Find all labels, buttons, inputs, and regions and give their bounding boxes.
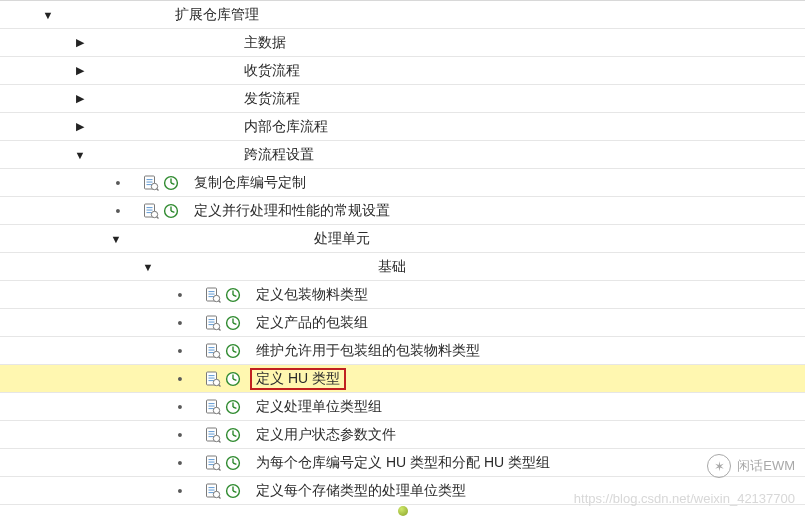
tree-node-label[interactable]: 跨流程设置	[240, 146, 318, 164]
svg-rect-2	[147, 181, 153, 182]
tree-row[interactable]: 跨流程设置	[0, 141, 805, 169]
tree-row[interactable]: 定义 HU 类型	[0, 365, 805, 393]
tree-node-label[interactable]: 定义 HU 类型	[250, 368, 346, 390]
tree-node-label[interactable]: 定义每个存储类型的处理单位类型	[252, 482, 470, 500]
expand-arrow-down-icon[interactable]	[110, 233, 122, 245]
svg-rect-56	[209, 405, 215, 406]
tree-node-label[interactable]: 扩展仓库管理	[171, 6, 263, 24]
wechat-icon: ✶	[707, 454, 731, 478]
tree-node-label[interactable]: 定义并行处理和性能的常规设置	[190, 202, 394, 220]
execute-activity-icon[interactable]	[224, 454, 242, 472]
svg-rect-55	[209, 403, 215, 404]
svg-rect-28	[209, 319, 215, 320]
tree-node-label[interactable]: 发货流程	[240, 90, 304, 108]
svg-rect-82	[209, 487, 215, 488]
svg-rect-20	[209, 293, 215, 294]
leaf-bullet-icon	[112, 203, 124, 219]
tree-row[interactable]: 定义包装物料类型	[0, 281, 805, 309]
tree-node-label[interactable]: 处理单元	[310, 230, 374, 248]
tree-node-label[interactable]: 定义产品的包装组	[252, 314, 372, 332]
expand-arrow-right-icon[interactable]	[74, 120, 86, 133]
tree-row[interactable]: 基础	[0, 253, 805, 281]
svg-rect-11	[147, 209, 153, 210]
svg-rect-64	[209, 431, 215, 432]
execute-activity-icon[interactable]	[162, 202, 180, 220]
tree-node-label[interactable]: 收货流程	[240, 62, 304, 80]
tree-row[interactable]: 内部仓库流程	[0, 113, 805, 141]
svg-line-77	[219, 468, 221, 470]
execute-activity-icon[interactable]	[162, 174, 180, 192]
wechat-watermark: ✶闲话EWM	[707, 454, 795, 478]
leaf-bullet-icon	[174, 483, 186, 499]
img-activity-doc-icon[interactable]	[204, 342, 222, 360]
tree-row[interactable]: 定义处理单位类型组	[0, 393, 805, 421]
tree-row[interactable]: 定义产品的包装组	[0, 309, 805, 337]
svg-line-50	[219, 384, 221, 386]
svg-rect-47	[209, 377, 215, 378]
svg-rect-65	[209, 433, 215, 434]
execute-activity-icon[interactable]	[224, 398, 242, 416]
leaf-bullet-icon	[174, 371, 186, 387]
tree-node-label[interactable]: 定义处理单位类型组	[252, 398, 386, 416]
execute-activity-icon[interactable]	[224, 370, 242, 388]
tree-node-label[interactable]: 为每个仓库编号定义 HU 类型和分配 HU 类型组	[252, 454, 554, 472]
tree-row[interactable]: 维护允许用于包装组的包装物料类型	[0, 337, 805, 365]
img-activity-doc-icon[interactable]	[204, 314, 222, 332]
expand-arrow-right-icon[interactable]	[74, 92, 86, 105]
tree-node-label[interactable]: 主数据	[240, 34, 290, 52]
svg-line-68	[219, 440, 221, 442]
tree-node-label[interactable]: 维护允许用于包装组的包装物料类型	[252, 342, 484, 360]
svg-rect-10	[147, 207, 153, 208]
svg-rect-74	[209, 461, 215, 462]
tree-node-label[interactable]: 基础	[374, 258, 410, 276]
svg-rect-46	[209, 375, 215, 376]
leaf-bullet-icon	[174, 315, 186, 331]
tree-row[interactable]: 为每个仓库编号定义 HU 类型和分配 HU 类型组	[0, 449, 805, 477]
execute-activity-icon[interactable]	[224, 342, 242, 360]
leaf-bullet-icon	[174, 455, 186, 471]
execute-activity-icon[interactable]	[224, 482, 242, 500]
leaf-bullet-icon	[112, 175, 124, 191]
img-activity-doc-icon[interactable]	[204, 370, 222, 388]
tree-row[interactable]: 发货流程	[0, 85, 805, 113]
leaf-bullet-icon	[174, 399, 186, 415]
img-activity-doc-icon[interactable]	[142, 174, 160, 192]
img-activity-doc-icon[interactable]	[204, 286, 222, 304]
tree-node-label[interactable]: 复制仓库编号定制	[190, 174, 310, 192]
svg-rect-73	[209, 459, 215, 460]
svg-rect-83	[209, 489, 215, 490]
tree-row[interactable]: 定义并行处理和性能的常规设置	[0, 197, 805, 225]
svg-rect-29	[209, 321, 215, 322]
execute-activity-icon[interactable]	[224, 314, 242, 332]
tree-row[interactable]: 扩展仓库管理	[0, 1, 805, 29]
tree-row[interactable]: 定义用户状态参数文件	[0, 421, 805, 449]
svg-line-5	[157, 188, 159, 190]
source-url-watermark: https://blog.csdn.net/weixin_42137700	[574, 491, 795, 506]
img-activity-doc-icon[interactable]	[204, 398, 222, 416]
svg-rect-38	[209, 349, 215, 350]
svg-line-86	[219, 496, 221, 498]
tree-node-label[interactable]: 定义用户状态参数文件	[252, 426, 400, 444]
tree-row[interactable]: 复制仓库编号定制	[0, 169, 805, 197]
tree-row[interactable]: 收货流程	[0, 57, 805, 85]
expand-arrow-down-icon[interactable]	[142, 261, 154, 273]
watermark-brand: 闲话EWM	[737, 457, 795, 475]
execute-activity-icon[interactable]	[224, 426, 242, 444]
expand-arrow-right-icon[interactable]	[74, 36, 86, 49]
expand-arrow-right-icon[interactable]	[74, 64, 86, 77]
img-activity-doc-icon[interactable]	[204, 426, 222, 444]
svg-line-32	[219, 328, 221, 330]
img-activity-doc-icon[interactable]	[142, 202, 160, 220]
img-activity-doc-icon[interactable]	[204, 482, 222, 500]
svg-rect-19	[209, 291, 215, 292]
expand-arrow-down-icon[interactable]	[42, 9, 54, 21]
img-activity-doc-icon[interactable]	[204, 454, 222, 472]
leaf-bullet-icon	[174, 343, 186, 359]
tree-node-label[interactable]: 内部仓库流程	[240, 118, 332, 136]
expand-arrow-down-icon[interactable]	[74, 149, 86, 161]
tree-row[interactable]: 主数据	[0, 29, 805, 57]
tree-node-label[interactable]: 定义包装物料类型	[252, 286, 372, 304]
execute-activity-icon[interactable]	[224, 286, 242, 304]
decorative-dot-icon	[398, 506, 408, 516]
tree-row[interactable]: 处理单元	[0, 225, 805, 253]
